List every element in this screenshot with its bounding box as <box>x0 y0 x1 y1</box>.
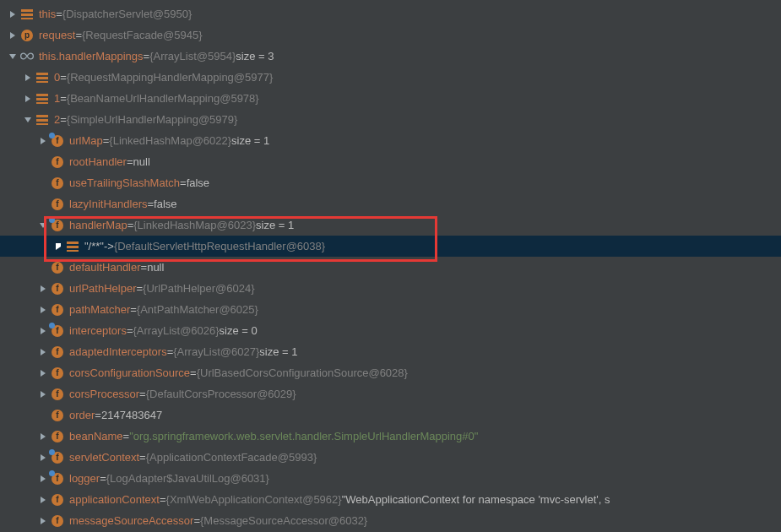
tree-row[interactable]: flogger = {LogAdapter$JavaUtilLog@6031} <box>0 468 781 489</box>
var-value: {MessageSourceAccessor@6032} <box>200 514 367 527</box>
var-value: {ArrayList@6026} <box>133 324 220 337</box>
tree-row[interactable]: fpathMatcher = {AntPathMatcher@6025} <box>0 299 781 320</box>
field-icon: f <box>51 219 64 232</box>
equals: = <box>75 29 82 41</box>
field-icon: f <box>51 472 64 486</box>
expand-arrow-icon[interactable] <box>37 388 49 400</box>
tree-row[interactable]: fdefaultHandler = null <box>0 257 781 278</box>
var-value: null <box>147 261 164 274</box>
var-value: "org.springframework.web.servlet.handler… <box>129 430 478 442</box>
expand-arrow-icon[interactable] <box>52 241 64 252</box>
tree-row[interactable]: fcorsProcessor = {DefaultCorsProcessor@6… <box>0 383 781 404</box>
var-name: order <box>69 409 95 421</box>
var-value: -> <box>104 240 114 252</box>
field-icon: f <box>51 366 64 380</box>
expand-arrow-icon[interactable] <box>7 8 19 20</box>
tree-row[interactable]: prequest = {RequestFacade@5945} <box>0 24 781 46</box>
var-name: corsConfigurationSource <box>69 366 190 379</box>
expand-arrow-icon[interactable] <box>37 473 49 485</box>
equals: = <box>127 155 133 168</box>
expand-arrow-icon[interactable] <box>37 431 49 442</box>
tree-row[interactable]: forder = 2147483647 <box>0 404 781 426</box>
var-name: 1 <box>54 92 60 105</box>
arrow-placeholder <box>37 198 49 210</box>
tree-row[interactable]: 1 = {BeanNameUrlHandlerMapping@5978} <box>0 88 781 109</box>
expand-arrow-icon[interactable] <box>37 346 49 358</box>
tree-row[interactable]: fapplicationContext = {XmlWebApplication… <box>0 489 781 510</box>
collapse-arrow-icon[interactable] <box>37 220 49 231</box>
tree-row[interactable]: finterceptors = {ArrayList@6026} size = … <box>0 320 781 341</box>
tree-row[interactable]: "/**" -> {DefaultServletHttpRequestHandl… <box>0 236 781 257</box>
arrow-placeholder <box>37 262 49 274</box>
tree-row[interactable]: this = {DispatcherServlet@5950} <box>0 3 781 24</box>
var-value: size = 1 <box>256 219 294 231</box>
tree-row[interactable]: this.handlerMappings = {ArrayList@5954} … <box>0 46 781 67</box>
var-value: "/**" <box>84 240 104 252</box>
expand-arrow-icon[interactable] <box>37 304 49 316</box>
tree-row[interactable]: 2 = {SimpleUrlHandlerMapping@5979} <box>0 109 781 130</box>
field-icon: f <box>51 451 64 464</box>
var-value: {RequestMappingHandlerMapping@5977} <box>67 71 273 84</box>
equals: = <box>193 514 200 527</box>
equals: = <box>139 388 146 400</box>
equals: = <box>56 8 62 20</box>
var-value: {UrlBasedCorsConfigurationSource@6028} <box>197 366 408 379</box>
tree-row[interactable]: fuseTrailingSlashMatch = false <box>0 172 781 193</box>
expand-arrow-icon[interactable] <box>22 72 34 84</box>
var-value: 2147483647 <box>101 409 162 421</box>
expand-arrow-icon[interactable] <box>37 283 49 295</box>
element-icon <box>35 71 49 84</box>
var-name: beanName <box>69 430 123 442</box>
tree-row[interactable]: frootHandler = null <box>0 151 781 172</box>
equals: = <box>137 282 144 295</box>
tree-row[interactable]: fmessageSourceAccessor = {MessageSourceA… <box>0 510 781 531</box>
var-value: false <box>187 176 209 189</box>
equals: = <box>103 134 110 147</box>
equals: = <box>180 176 187 189</box>
arrow-placeholder <box>37 177 49 189</box>
expand-arrow-icon[interactable] <box>37 494 49 506</box>
var-name: urlMap <box>69 134 103 147</box>
var-name: pathMatcher <box>69 303 130 316</box>
var-value: {XmlWebApplicationContext@5962} <box>166 493 342 506</box>
tree-row[interactable]: 0 = {RequestMappingHandlerMapping@5977} <box>0 67 781 88</box>
var-value: {ArrayList@5954} <box>149 50 236 62</box>
parameter-icon: p <box>20 29 34 42</box>
var-value: {ArrayList@6027} <box>173 345 259 358</box>
tree-row[interactable]: furlMap = {LinkedHashMap@6022} size = 1 <box>0 130 781 151</box>
var-name: logger <box>69 472 100 485</box>
equals: = <box>148 198 155 210</box>
equals: = <box>130 303 137 316</box>
field-icon: f <box>51 176 64 190</box>
equals: = <box>127 219 134 231</box>
collapse-arrow-icon[interactable] <box>22 114 34 126</box>
expand-arrow-icon[interactable] <box>37 135 49 147</box>
var-name: adaptedInterceptors <box>69 345 167 358</box>
var-value: {ApplicationContextFacade@5993} <box>146 451 317 464</box>
tree-row[interactable]: fhandlerMap = {LinkedHashMap@6023} size … <box>0 214 781 236</box>
tree-row[interactable]: fbeanName = "org.springframework.web.ser… <box>0 426 781 447</box>
var-name: rootHandler <box>69 155 127 168</box>
expand-arrow-icon[interactable] <box>37 515 49 527</box>
tree-row[interactable]: fadaptedInterceptors = {ArrayList@6027} … <box>0 341 781 362</box>
tree-row[interactable]: flazyInitHandlers = false <box>0 193 781 214</box>
variables-tree[interactable]: this = {DispatcherServlet@5950}prequest … <box>0 0 781 532</box>
tree-row[interactable]: furlPathHelper = {UrlPathHelper@6024} <box>0 278 781 299</box>
collapse-arrow-icon[interactable] <box>7 51 19 62</box>
field-icon: f <box>51 155 64 169</box>
expand-arrow-icon[interactable] <box>22 93 34 105</box>
equals: = <box>127 324 133 337</box>
tree-row[interactable]: fservletContext = {ApplicationContextFac… <box>0 447 781 468</box>
var-value: {UrlPathHelper@6024} <box>143 282 254 295</box>
element-icon <box>35 92 49 106</box>
expand-arrow-icon[interactable] <box>37 325 49 337</box>
equals: = <box>60 113 67 126</box>
expand-arrow-icon[interactable] <box>37 452 49 464</box>
field-icon: f <box>51 388 64 401</box>
var-name: useTrailingSlashMatch <box>69 176 180 189</box>
field-icon: f <box>51 514 64 528</box>
var-value: size = 3 <box>236 50 274 62</box>
expand-arrow-icon[interactable] <box>37 367 49 379</box>
expand-arrow-icon[interactable] <box>7 30 19 41</box>
tree-row[interactable]: fcorsConfigurationSource = {UrlBasedCors… <box>0 362 781 383</box>
